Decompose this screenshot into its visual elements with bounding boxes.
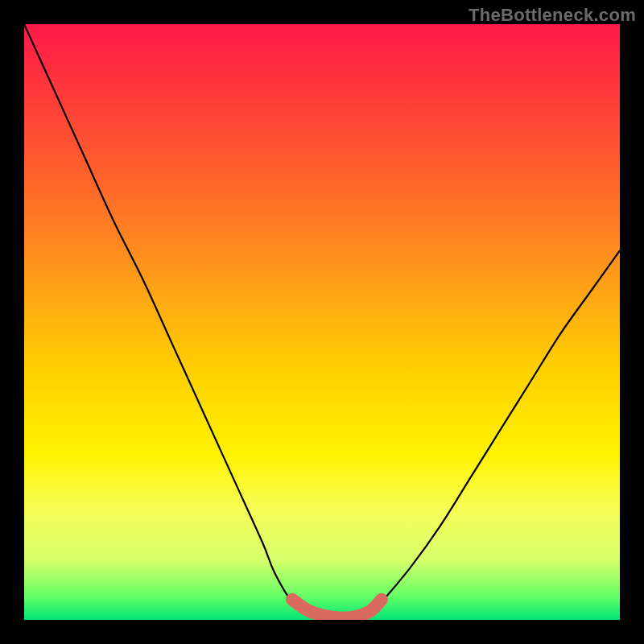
chart-frame: TheBottleneck.com bbox=[0, 0, 644, 644]
bottleneck-curve-line bbox=[24, 24, 620, 620]
plot-area bbox=[24, 24, 620, 620]
bottleneck-curve-svg bbox=[24, 24, 620, 620]
watermark-label: TheBottleneck.com bbox=[469, 5, 636, 26]
optimal-zone-highlight bbox=[292, 600, 382, 618]
